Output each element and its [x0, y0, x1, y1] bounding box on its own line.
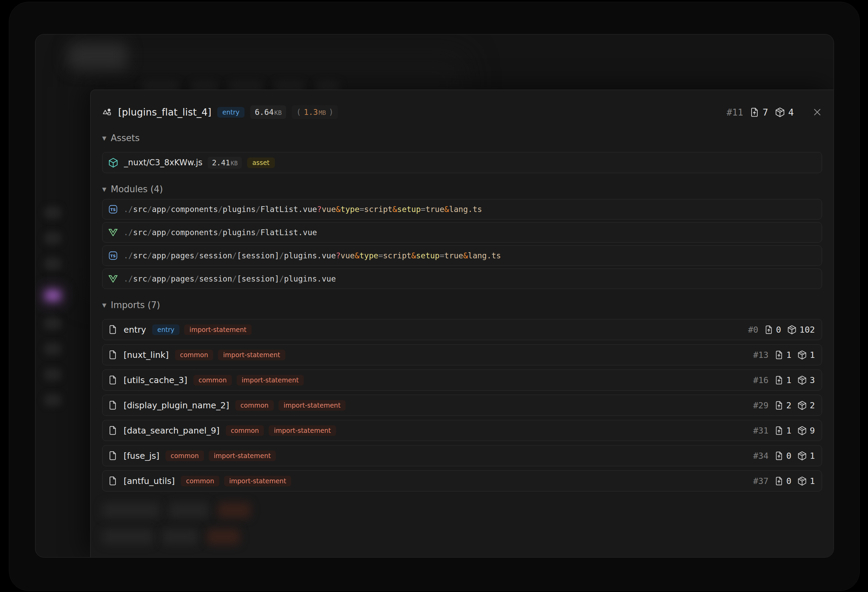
path-segment: app [152, 228, 166, 237]
import-row[interactable]: [utils_cache_3] commonimport-statement #… [102, 370, 822, 391]
blurred-sidebar-icon [44, 369, 61, 381]
path-segment: / [232, 274, 237, 283]
total-size-value: 1.3 [304, 108, 318, 117]
path-segment: ? [317, 205, 322, 214]
import-stats: #0 0 [748, 325, 815, 335]
entry-badge: entry [152, 324, 179, 335]
import-stats: #34 0 [753, 451, 815, 461]
chunk-id: #11 [727, 107, 743, 118]
import-files-count: 0 [776, 325, 781, 335]
package-icon [797, 401, 807, 410]
import-chunk-id: #0 [748, 325, 758, 335]
common-badge: common [226, 425, 264, 436]
files-count: 7 [762, 107, 768, 118]
import-files-stat: 0 [774, 451, 791, 461]
file-arrow-up-icon [774, 376, 784, 385]
common-badge: common [193, 375, 232, 385]
path-segment: FlatList.vue [260, 228, 317, 237]
import-row[interactable]: entry entryimport-statement #0 [102, 319, 822, 340]
import-packages-count: 1 [810, 451, 815, 461]
module-file-type-icon: TS [108, 250, 118, 261]
path-segment: ? [336, 251, 341, 260]
import-files-stat: 1 [774, 350, 791, 360]
import-name: [antfu_utils] [124, 476, 175, 486]
path-segment: & [336, 205, 341, 214]
modules-section-header[interactable]: ▼ Modules (4) [102, 184, 822, 195]
file-icon [108, 426, 118, 435]
import-files-count: 1 [786, 375, 791, 385]
import-row[interactable]: [nuxt_link] commonimport-statement #13 [102, 344, 822, 366]
import-chunk-id: #31 [753, 426, 769, 435]
assets-section-header[interactable]: ▼ Assets [102, 132, 822, 144]
panel-header: [plugins_flat_list_4] entry 6.64 KB ( 1.… [102, 102, 822, 122]
import-stats: #31 1 [753, 426, 815, 435]
import-files-count: 1 [786, 350, 791, 360]
module-row[interactable]: TS ./src/app/components/plugins/FlatList… [102, 199, 822, 219]
path-segment: / [256, 228, 260, 237]
close-button[interactable] [812, 107, 822, 117]
import-name: [utils_cache_3] [124, 375, 187, 385]
path-segment: app [152, 205, 166, 214]
asset-size-chip: 2.41 KB [208, 157, 241, 169]
path-segment: vue [322, 205, 336, 214]
import-row[interactable]: [fuse_js] commonimport-statement #34 [102, 445, 822, 466]
module-file-type-icon: TS [108, 204, 118, 215]
imports-section-header[interactable]: ▼ Imports (7) [102, 299, 822, 311]
path-segment: / [279, 251, 284, 260]
asset-row[interactable]: _nuxt/C3_8xKWw.js 2.41 KB asset [102, 152, 822, 173]
path-segment: session [199, 251, 232, 260]
package-icon [797, 476, 807, 486]
path-segment: true [444, 251, 463, 260]
path-segment: src [133, 251, 148, 260]
path-segment: / [147, 205, 152, 214]
import-row[interactable]: [data_search_panel_9] commonimport-state… [102, 420, 822, 441]
modules-section-label: Modules (4) [111, 184, 163, 194]
path-segment: components [171, 205, 218, 214]
asset-size-value: 2.41 [212, 158, 230, 167]
import-row[interactable]: [antfu_utils] commonimport-statement #37 [102, 470, 822, 491]
import-files-stat: 1 [774, 426, 791, 435]
module-row[interactable]: ./src/app/pages/session/[session]/plugin… [102, 269, 822, 289]
path-segment: / [147, 228, 152, 237]
module-row[interactable]: ./src/app/components/plugins/FlatList.vu… [102, 222, 822, 243]
package-icon [775, 107, 785, 118]
import-statement-badge: import-statement [237, 375, 304, 385]
path-segment: plugins [223, 228, 256, 237]
import-packages-stat: 102 [787, 325, 815, 335]
path-segment: setup [397, 205, 421, 214]
path-segment: = [440, 251, 444, 260]
module-row[interactable]: TS ./src/app/pages/session/[session]/plu… [102, 246, 822, 266]
svg-text:TS: TS [110, 254, 116, 258]
path-segment: & [392, 205, 397, 214]
path-segment: & [444, 205, 449, 214]
path-segment: / [218, 228, 223, 237]
common-badge: common [181, 476, 219, 486]
import-statement-badge: import-statement [209, 451, 276, 461]
blurred-sidebar-icon [44, 394, 61, 406]
import-chunk-id: #13 [753, 350, 769, 360]
blurred-text [102, 502, 160, 518]
path-segment: src [133, 274, 148, 283]
package-icon [797, 451, 807, 461]
import-files-count: 0 [786, 451, 791, 461]
asset-name: _nuxt/C3_8xKWw.js [124, 158, 202, 167]
import-packages-count: 3 [810, 375, 815, 385]
path-segment: / [166, 228, 171, 237]
blurred-sidebar-icon [44, 207, 61, 219]
import-packages-count: 2 [810, 401, 815, 410]
asset-badges: asset [247, 157, 275, 168]
path-segment: & [411, 251, 416, 260]
file-arrow-up-icon [764, 325, 774, 334]
import-row[interactable]: [display_plugin_name_2] commonimport-sta… [102, 395, 822, 416]
import-name: [display_plugin_name_2] [124, 401, 229, 410]
common-badge: common [175, 350, 214, 360]
import-statement-badge: import-statement [218, 350, 285, 360]
packages-count: 4 [788, 107, 794, 118]
path-segment: [session] [237, 251, 279, 260]
path-segment: / [218, 205, 223, 214]
path-segment: / [166, 205, 171, 214]
import-packages-count: 1 [810, 476, 815, 486]
module-path: ./src/app/components/plugins/FlatList.vu… [124, 205, 482, 214]
import-name: [fuse_js] [124, 451, 159, 461]
path-segment: / [279, 274, 284, 283]
